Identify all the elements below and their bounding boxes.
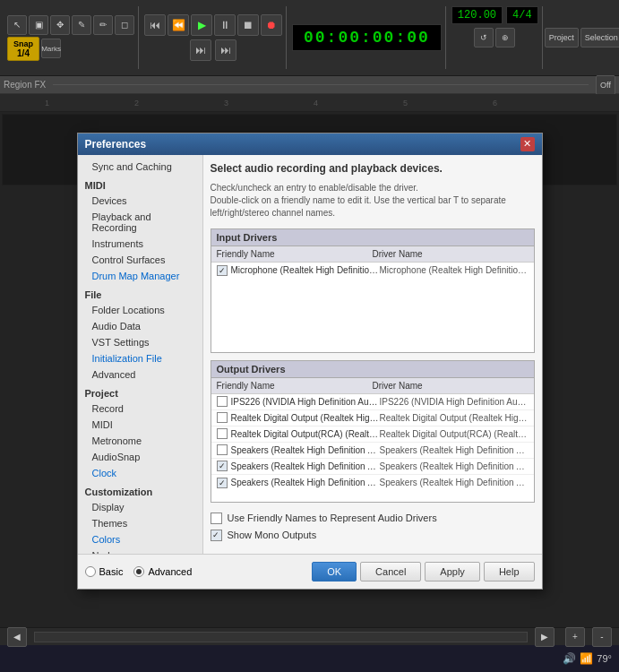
output-driver-row: ✓Speakers (Realtek High Definition Au...… — [211, 475, 534, 491]
output-driver-driver-1: Realtek Digital Output (Realtek High D..… — [380, 413, 529, 423]
record-btn[interactable]: ⏺ — [261, 14, 282, 36]
snap-button[interactable]: Snap 1/4 — [7, 37, 39, 61]
select-tool-btn[interactable]: ▣ — [29, 15, 48, 35]
move-tool-btn[interactable]: ✥ — [50, 15, 70, 35]
output-drivers-body: IPS226 (NVIDIA High Definition Audio)IPS… — [211, 394, 534, 502]
output-driver-name-5[interactable]: Speakers (Realtek High Definition Au... — [231, 478, 380, 487]
output-drivers-section: Output Drivers Friendly Name Driver Name… — [211, 360, 535, 503]
marks-btn[interactable]: Marks — [41, 39, 61, 58]
output-drivers-columns: Friendly Name Driver Name — [211, 378, 534, 394]
output-driver-name-0[interactable]: IPS226 (NVIDIA High Definition Audio) — [231, 397, 380, 407]
radio-advanced-input[interactable] — [133, 566, 144, 577]
show-mono-outputs-row: ✓ Show Mono Outputs — [211, 527, 535, 544]
stop-btn[interactable]: ⏹ — [237, 14, 259, 36]
help-button[interactable]: Help — [484, 562, 535, 582]
sidebar-item-folder-locations[interactable]: Folder Locations — [78, 302, 202, 318]
sidebar-item-audio-data[interactable]: Audio Data — [78, 318, 202, 334]
cancel-button[interactable]: Cancel — [360, 562, 421, 582]
project-btn[interactable]: Project — [545, 28, 579, 47]
dialog-title: Preferences — [85, 138, 147, 151]
sidebar-item-clock[interactable]: Clock — [78, 465, 202, 481]
output-driver-driver-4: Speakers (Realtek High Definition Audi..… — [380, 461, 529, 471]
system-tray: 🔊 — [563, 652, 576, 665]
use-friendly-names-checkbox[interactable] — [211, 513, 222, 524]
input-driver-checkbox-0[interactable]: ✓ — [217, 265, 228, 276]
output-driver-checkbox-3[interactable] — [217, 444, 228, 455]
output-driver-row: IPS226 (NVIDIA High Definition Audio)IPS… — [211, 394, 534, 410]
erase-tool-btn[interactable]: ◻ — [115, 15, 134, 35]
output-col-friendly: Friendly Name — [217, 381, 373, 391]
radio-basic-input[interactable] — [85, 566, 96, 577]
input-drivers-section: Input Drivers Friendly Name Driver Name … — [211, 228, 535, 353]
output-driver-checkbox-4[interactable]: ✓ — [217, 461, 228, 471]
punch-btn[interactable]: ⊕ — [495, 28, 515, 47]
output-driver-name-3[interactable]: Speakers (Realtek High Definition Au... — [231, 445, 380, 455]
selection-btn[interactable]: Selection — [580, 28, 619, 47]
sidebar-item-advanced[interactable]: Advanced — [78, 366, 202, 383]
input-driver-driver-0: Microphone (Realtek High Definition Au..… — [380, 265, 529, 275]
to-start-btn[interactable]: ⏭ — [190, 39, 211, 61]
play-btn[interactable]: ▶ — [191, 14, 212, 36]
rewind-btn[interactable]: ⏮ — [144, 14, 166, 36]
sidebar-item-midi-project[interactable]: MIDI — [78, 417, 202, 433]
tool-buttons-section: ↖ ▣ ✥ ✎ ✏ ◻ Snap 1/4 Marks — [4, 6, 139, 69]
input-drivers-body: ✓ Microphone (Realtek High Definition ..… — [211, 263, 534, 352]
sidebar-item-sync-caching[interactable]: Sync and Caching — [78, 159, 202, 175]
show-mono-outputs-checkbox[interactable]: ✓ — [211, 530, 222, 541]
sidebar-item-metronome[interactable]: Metronome — [78, 433, 202, 449]
ok-button[interactable]: OK — [312, 562, 357, 582]
output-drivers-header: Output Drivers — [211, 361, 534, 378]
time-sig-display[interactable]: 4/4 — [506, 6, 538, 24]
scrollbar[interactable] — [34, 632, 528, 642]
time-display: 00:00:00:00 — [292, 24, 442, 51]
to-end-btn[interactable]: ⏭ — [215, 39, 236, 61]
sidebar-item-record[interactable]: Record — [78, 401, 202, 417]
apply-button[interactable]: Apply — [425, 562, 480, 582]
sidebar-item-control-surfaces[interactable]: Control Surfaces — [78, 252, 202, 268]
sidebar-item-instruments[interactable]: Instruments — [78, 236, 202, 252]
bpm-display[interactable]: 120.00 — [451, 6, 503, 24]
input-col-driver: Driver Name — [373, 249, 529, 259]
pause-btn[interactable]: ⏸ — [214, 14, 236, 36]
radio-basic[interactable]: Basic — [85, 566, 124, 577]
zoom-out-btn[interactable]: - — [592, 627, 612, 647]
marks-label: Marks — [41, 45, 61, 53]
sidebar-item-nudge[interactable]: Nudge — [78, 547, 202, 554]
sidebar-item-audiosnap[interactable]: AudioSnap — [78, 449, 202, 465]
radio-group: Basic Advanced — [85, 566, 193, 577]
sidebar-item-themes[interactable]: Themes — [78, 515, 202, 531]
output-driver-checkbox-1[interactable] — [217, 412, 228, 423]
edit-tool-btn[interactable]: ✎ — [72, 15, 91, 35]
sidebar-item-vst-settings[interactable]: VST Settings — [78, 334, 202, 350]
scroll-left-btn[interactable]: ◀ — [7, 627, 27, 647]
loop-btn[interactable]: ↺ — [474, 28, 494, 47]
output-driver-driver-3: Speakers (Realtek High Definition Audi..… — [380, 445, 529, 455]
snap-label: Snap — [13, 39, 33, 48]
output-driver-checkbox-2[interactable] — [217, 428, 228, 439]
radio-advanced[interactable]: Advanced — [133, 566, 192, 577]
scroll-right-btn[interactable]: ▶ — [535, 627, 555, 647]
input-driver-name-0[interactable]: Microphone (Realtek High Definition ... — [231, 265, 380, 275]
sidebar-item-colors[interactable]: Colors — [78, 531, 202, 547]
smart-tool-btn[interactable]: ↖ — [7, 15, 27, 35]
sidebar-item-devices[interactable]: Devices — [78, 193, 202, 209]
sidebar-section-midi: MIDI — [78, 175, 202, 193]
network-icon: 📶 — [580, 652, 593, 665]
output-driver-checkbox-5[interactable]: ✓ — [217, 478, 228, 488]
sidebar-section-project: Project — [78, 383, 202, 401]
zoom-in-btn[interactable]: + — [565, 627, 585, 647]
output-driver-checkbox-0[interactable] — [217, 396, 228, 407]
sidebar-item-display[interactable]: Display — [78, 499, 202, 515]
input-driver-row: ✓ Microphone (Realtek High Definition ..… — [211, 263, 534, 279]
output-driver-name-4[interactable]: Speakers (Realtek High Definition Au... — [231, 461, 380, 471]
output-driver-name-1[interactable]: Realtek Digital Output (Realtek High ... — [231, 413, 380, 423]
sidebar-item-drum-map-manager[interactable]: Drum Map Manager — [78, 268, 202, 284]
input-drivers-header: Input Drivers — [211, 229, 534, 246]
draw-tool-btn[interactable]: ✏ — [93, 15, 113, 35]
sidebar-item-initialization-file[interactable]: Initialization File — [78, 350, 202, 366]
dialog-close-button[interactable]: ✕ — [520, 137, 535, 151]
off-btn[interactable]: Off — [596, 75, 615, 95]
sidebar-item-playback-recording[interactable]: Playback and Recording — [78, 209, 202, 236]
output-driver-name-2[interactable]: Realtek Digital Output(RCA) (Realtek... — [231, 429, 380, 439]
fast-rewind-btn[interactable]: ⏪ — [168, 14, 189, 36]
